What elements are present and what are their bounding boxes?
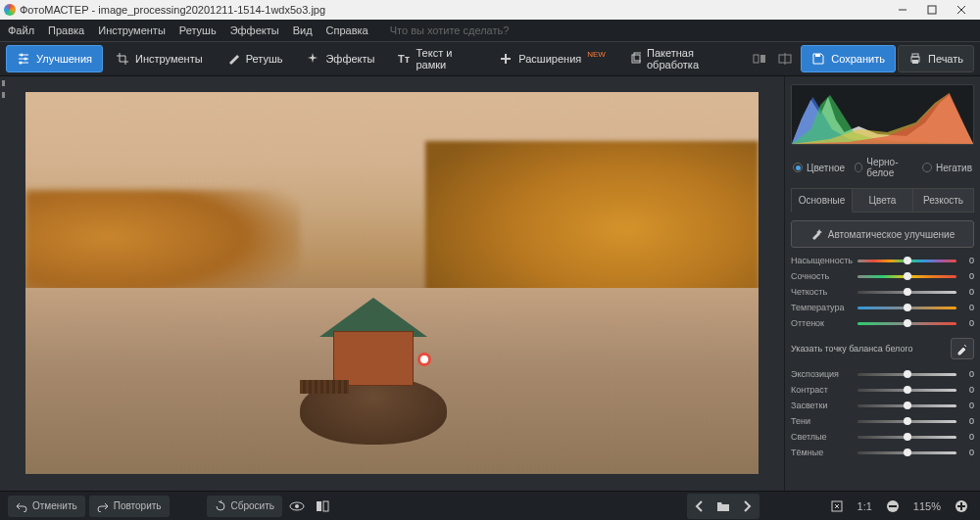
tab-tools[interactable]: Инструменты (105, 45, 214, 72)
white-balance-row: Указать точку баланса белого (791, 332, 974, 365)
slider-tint[interactable] (858, 322, 956, 325)
split-view[interactable] (312, 496, 333, 517)
title-bar: ФотоМАСТЕР - image_processing20201211-15… (0, 0, 980, 20)
slider-saturation-label: Насыщенность (791, 256, 854, 265)
slider-saturation[interactable] (858, 260, 956, 262)
slider-blacks[interactable] (858, 451, 956, 454)
menu-edit[interactable]: Правка (48, 24, 84, 36)
canvas-area (0, 76, 784, 491)
slider-shadows[interactable] (858, 420, 956, 423)
svg-rect-21 (323, 501, 328, 511)
new-badge: NEW (587, 50, 606, 59)
zoom-out[interactable] (882, 496, 904, 517)
slider-whites[interactable] (858, 436, 956, 439)
tab-enhance[interactable]: Улучшения (6, 45, 103, 72)
wb-label: Указать точку баланса белого (791, 344, 913, 354)
slider-temperature[interactable] (858, 307, 956, 309)
eyedropper-icon (956, 342, 969, 355)
tab-retouch-label: Ретушь (246, 53, 283, 65)
auto-enhance-button[interactable]: Автоматическое улучшение (791, 220, 974, 248)
menu-file[interactable]: Файл (8, 24, 34, 36)
right-panel: Цветное Черно-белое Негатив Основные Цве… (784, 76, 980, 491)
menu-effects[interactable]: Эффекты (230, 24, 279, 36)
histogram[interactable] (791, 84, 974, 145)
wb-picker-button[interactable] (951, 338, 974, 359)
redo-button[interactable]: Повторить (89, 496, 170, 517)
reset-icon (215, 500, 226, 512)
window-title: ФотоМАСТЕР - image_processing20201211-15… (20, 4, 888, 16)
slider-tint-label: Оттенок (791, 318, 854, 328)
slider-vibrance[interactable] (858, 275, 956, 278)
svg-rect-20 (317, 501, 321, 511)
minimize-button[interactable] (888, 1, 917, 19)
tab-batch-label: Пакетная обработка (647, 47, 735, 71)
panel-tabs: Основные Цвета Резкость (791, 188, 974, 213)
preview-toggle[interactable] (286, 496, 308, 517)
svg-rect-16 (912, 54, 918, 57)
slider-shadows-label: Тени (791, 416, 854, 426)
svg-rect-1 (928, 6, 936, 14)
fit-screen[interactable] (826, 496, 848, 517)
command-search[interactable]: Что вы хотите сделать? (390, 24, 510, 36)
menu-help[interactable]: Справка (326, 24, 368, 36)
sparkle-icon (306, 52, 319, 66)
radio-color[interactable]: Цветное (793, 157, 845, 178)
brush-icon (226, 52, 240, 66)
tab-colors[interactable]: Цвета (853, 188, 913, 213)
tab-basic[interactable]: Основные (791, 188, 853, 213)
next-image[interactable] (736, 496, 758, 517)
slider-temperature-label: Температура (791, 303, 854, 312)
sliders-icon (17, 52, 30, 66)
tab-effects[interactable]: Эффекты (295, 45, 385, 72)
slider-exposure[interactable] (858, 373, 956, 376)
maximize-button[interactable] (917, 1, 947, 19)
compare-icon[interactable] (773, 45, 797, 72)
minus-circle-icon (886, 499, 900, 513)
close-button[interactable] (947, 1, 976, 19)
zoom-in[interactable] (951, 496, 972, 517)
undo-button[interactable]: Отменить (8, 496, 85, 517)
main-area: Цветное Черно-белое Негатив Основные Цве… (0, 76, 980, 491)
svg-point-4 (21, 54, 24, 57)
print-button[interactable]: Печать (898, 45, 974, 72)
tab-extensions[interactable]: Расширения NEW (488, 45, 616, 72)
eye-icon (289, 500, 305, 512)
slider-highlights[interactable] (858, 404, 956, 407)
chevron-left-icon (695, 500, 705, 512)
save-button[interactable]: Сохранить (801, 45, 896, 72)
radio-bw[interactable]: Черно-белое (855, 157, 912, 178)
slider-exposure-label: Экспозиция (791, 369, 854, 379)
print-label: Печать (928, 53, 963, 65)
menu-retouch[interactable]: Ретушь (179, 24, 217, 36)
svg-rect-11 (760, 55, 765, 63)
svg-point-19 (295, 504, 299, 508)
slider-clarity[interactable] (858, 291, 956, 294)
menu-view[interactable]: Вид (293, 24, 313, 36)
print-icon (908, 52, 922, 66)
zoom-value: 115% (907, 500, 947, 512)
slider-contrast[interactable] (858, 389, 956, 392)
stack-icon (629, 52, 641, 66)
crop-icon (116, 52, 129, 66)
zoom-ratio[interactable]: 1:1 (852, 500, 878, 512)
save-icon (811, 52, 825, 66)
image-canvas[interactable] (25, 92, 759, 474)
menu-tools[interactable]: Инструменты (98, 24, 166, 36)
prev-image[interactable] (689, 496, 710, 517)
tab-sharpness[interactable]: Резкость (913, 188, 974, 213)
tab-batch[interactable]: Пакетная обработка (618, 45, 746, 72)
tab-retouch[interactable]: Ретушь (216, 45, 294, 72)
svg-point-5 (24, 58, 27, 61)
open-folder[interactable] (712, 496, 734, 517)
reset-button[interactable]: Сбросить (207, 496, 282, 517)
auto-enhance-label: Автоматическое улучшение (828, 229, 955, 240)
radio-negative[interactable]: Негатив (922, 157, 972, 178)
tab-effects-label: Эффекты (325, 53, 374, 65)
before-after-icon[interactable] (748, 45, 771, 72)
nav-group (687, 494, 760, 519)
tab-text[interactable]: Tт Текст и рамки (387, 45, 486, 72)
slider-vibrance-label: Сочность (791, 271, 854, 281)
undo-icon (16, 500, 27, 512)
slider-blacks-label: Тёмные (791, 448, 854, 457)
svg-rect-10 (754, 55, 759, 63)
